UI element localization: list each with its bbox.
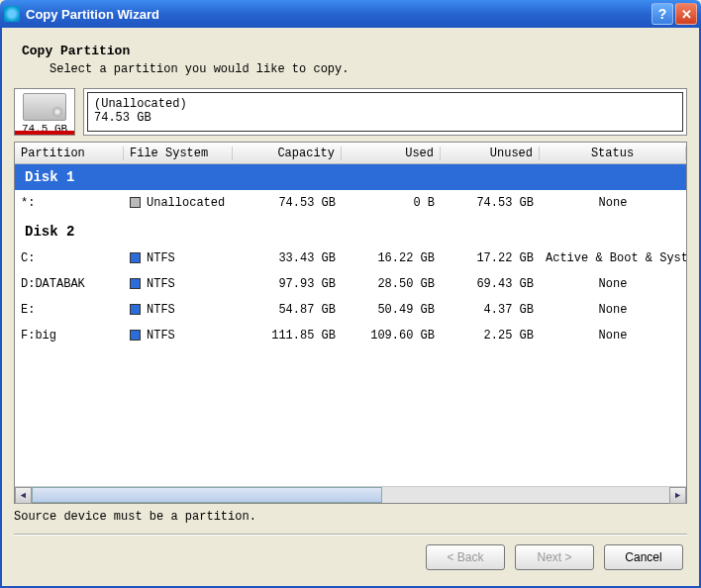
cell-status: None bbox=[540, 196, 686, 210]
wizard-buttons: < Back Next > Cancel bbox=[14, 544, 687, 574]
hint-text: Source device must be a partition. bbox=[14, 510, 687, 524]
horizontal-scrollbar[interactable]: ◄ ► bbox=[15, 486, 686, 503]
partition-table: Partition File System Capacity Used Unus… bbox=[14, 142, 687, 504]
cell-status: Active & Boot & System bbox=[540, 251, 686, 265]
disk-thumb[interactable]: 74.5 GB bbox=[14, 88, 75, 136]
table-body: Disk 1*:Unallocated74.53 GB0 B74.53 GBNo… bbox=[15, 164, 686, 486]
disk-bar-label: (Unallocated) bbox=[94, 97, 676, 111]
table-row[interactable]: D:DATABAKNTFS97.93 GB28.50 GB69.43 GBNon… bbox=[15, 271, 686, 297]
table-header: Partition File System Capacity Used Unus… bbox=[15, 143, 686, 164]
table-row[interactable]: E:NTFS54.87 GB50.49 GB4.37 GBNone bbox=[15, 297, 686, 323]
cell-status: None bbox=[540, 277, 686, 291]
cell-capacity: 111.85 GB bbox=[233, 329, 342, 343]
cell-filesystem: NTFS bbox=[124, 329, 233, 343]
cell-capacity: 74.53 GB bbox=[233, 196, 342, 210]
fs-swatch-icon bbox=[130, 304, 141, 315]
page-title: Copy Partition bbox=[22, 44, 679, 58]
cell-partition: D:DATABAK bbox=[15, 277, 124, 291]
cell-capacity: 97.93 GB bbox=[233, 277, 342, 291]
col-partition[interactable]: Partition bbox=[15, 147, 124, 160]
cell-unused: 69.43 GB bbox=[441, 277, 540, 291]
cell-filesystem: NTFS bbox=[124, 251, 233, 265]
scroll-right-button[interactable]: ► bbox=[669, 487, 686, 504]
cell-partition: C: bbox=[15, 251, 124, 265]
cell-unused: 4.37 GB bbox=[441, 303, 540, 317]
wizard-header: Copy Partition Select a partition you wo… bbox=[14, 40, 687, 88]
fs-swatch-icon bbox=[130, 197, 141, 208]
table-row[interactable]: C:NTFS33.43 GB16.22 GB17.22 GBActive & B… bbox=[15, 245, 686, 271]
cell-filesystem: NTFS bbox=[124, 277, 233, 291]
scroll-track[interactable] bbox=[32, 487, 669, 503]
cell-status: None bbox=[540, 329, 686, 343]
table-row[interactable]: *:Unallocated74.53 GB0 B74.53 GBNone bbox=[15, 190, 686, 216]
next-button[interactable]: Next > bbox=[515, 544, 594, 570]
window-title: Copy Partition Wizard bbox=[26, 7, 650, 22]
close-button[interactable]: ✕ bbox=[675, 3, 697, 25]
table-row[interactable]: F:bigNTFS111.85 GB109.60 GB2.25 GBNone bbox=[15, 323, 686, 348]
disk-map: 74.5 GB (Unallocated) 74.53 GB bbox=[14, 88, 687, 136]
back-button[interactable]: < Back bbox=[426, 544, 505, 570]
cell-used: 109.60 GB bbox=[342, 329, 441, 343]
cell-partition: E: bbox=[15, 303, 124, 317]
cell-capacity: 54.87 GB bbox=[233, 303, 342, 317]
window-body: Copy Partition Select a partition you wo… bbox=[0, 28, 701, 588]
page-subtitle: Select a partition you would like to cop… bbox=[50, 62, 679, 76]
disk-header[interactable]: Disk 2 bbox=[15, 216, 686, 245]
help-button[interactable]: ? bbox=[651, 3, 673, 25]
cell-status: None bbox=[540, 303, 686, 317]
cell-unused: 74.53 GB bbox=[441, 196, 540, 210]
cell-unused: 2.25 GB bbox=[441, 329, 540, 343]
app-icon bbox=[4, 6, 20, 22]
cell-used: 50.49 GB bbox=[342, 303, 441, 317]
separator bbox=[14, 534, 687, 535]
disk-header[interactable]: Disk 1 bbox=[15, 164, 686, 190]
cell-filesystem: Unallocated bbox=[124, 196, 233, 210]
cell-unused: 17.22 GB bbox=[441, 251, 540, 265]
fs-swatch-icon bbox=[130, 330, 141, 341]
col-used[interactable]: Used bbox=[342, 147, 441, 160]
cell-partition: *: bbox=[15, 196, 124, 210]
cell-partition: F:big bbox=[15, 329, 124, 343]
col-unused[interactable]: Unused bbox=[441, 147, 540, 160]
fs-swatch-icon bbox=[130, 278, 141, 289]
disk-bar-size: 74.53 GB bbox=[94, 111, 676, 125]
col-capacity[interactable]: Capacity bbox=[233, 147, 342, 160]
cancel-button[interactable]: Cancel bbox=[604, 544, 683, 570]
cell-used: 16.22 GB bbox=[342, 251, 441, 265]
disk-bar[interactable]: (Unallocated) 74.53 GB bbox=[83, 88, 687, 136]
titlebar: Copy Partition Wizard ? ✕ bbox=[0, 0, 701, 28]
cell-used: 28.50 GB bbox=[342, 277, 441, 291]
fs-swatch-icon bbox=[130, 252, 141, 263]
col-status[interactable]: Status bbox=[540, 147, 686, 160]
scroll-left-button[interactable]: ◄ bbox=[15, 487, 32, 504]
scroll-thumb[interactable] bbox=[32, 487, 382, 503]
col-filesystem[interactable]: File System bbox=[124, 147, 233, 160]
hdd-icon bbox=[23, 93, 66, 121]
cell-capacity: 33.43 GB bbox=[233, 251, 342, 265]
cell-filesystem: NTFS bbox=[124, 303, 233, 317]
disk-thumb-usage-bar bbox=[15, 131, 74, 135]
cell-used: 0 B bbox=[342, 196, 441, 210]
